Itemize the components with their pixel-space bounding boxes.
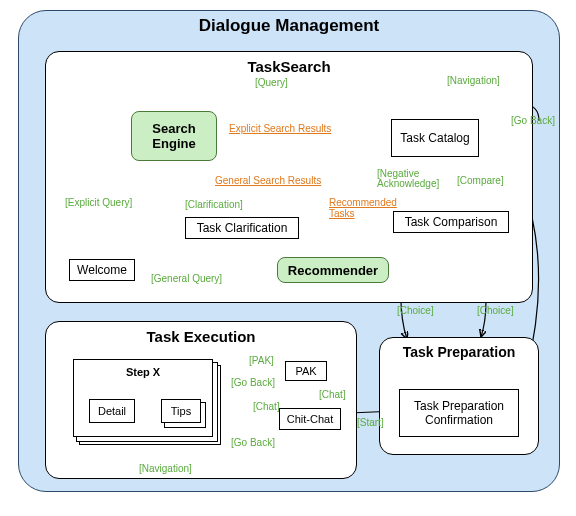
lbl-query: [Query] bbox=[255, 77, 288, 88]
lbl-compare: [Compare] bbox=[457, 175, 504, 186]
lbl-goback: [Go Back] bbox=[511, 115, 555, 126]
lbl-negack: [Negative Acknowledge] bbox=[377, 169, 447, 189]
lbl-chat: [Chat] bbox=[319, 389, 346, 400]
welcome-node: Welcome bbox=[69, 259, 135, 281]
task-catalog-node: Task Catalog bbox=[391, 119, 479, 157]
chitchat-node: Chit-Chat bbox=[279, 408, 341, 430]
detail-node: Detail bbox=[89, 399, 135, 423]
lbl-genquery: [General Query] bbox=[151, 273, 222, 284]
lbl-explresults: Explicit Search Results bbox=[229, 123, 331, 134]
lbl-choice2: [Choice] bbox=[477, 305, 514, 316]
lbl-start: [Start] bbox=[357, 417, 384, 428]
task-clarification-node: Task Clarification bbox=[185, 217, 299, 239]
lbl-pak: [PAK] bbox=[249, 355, 274, 366]
task-comparison-node: Task Comparison bbox=[393, 211, 509, 233]
lbl-goback3: [Go Back] bbox=[231, 437, 275, 448]
taskprep-confirm-node: Task Preparation Confirmation bbox=[399, 389, 519, 437]
lbl-rectasks: Recommended Tasks bbox=[329, 197, 409, 219]
lbl-choice: [Choice] bbox=[397, 305, 434, 316]
lbl-navigation2: [Navigation] bbox=[139, 463, 192, 474]
stepx-label: Step X bbox=[78, 366, 208, 378]
lbl-explquery: [Explicit Query] bbox=[65, 197, 132, 208]
lbl-goback2: [Go Back] bbox=[231, 377, 275, 388]
tasksearch-title: TaskSearch bbox=[46, 58, 532, 75]
lbl-chat2: [Chat] bbox=[253, 401, 280, 412]
search-engine-node: Search Engine bbox=[131, 111, 217, 161]
lbl-clarif: [Clarification] bbox=[185, 199, 243, 210]
lbl-genresults: General Search Results bbox=[215, 175, 321, 186]
pak-node: PAK bbox=[285, 361, 327, 381]
dialogue-management-container: Dialogue Management bbox=[18, 10, 560, 492]
recommender-node: Recommender bbox=[277, 257, 389, 283]
tips-node: Tips bbox=[161, 399, 201, 423]
taskprep-title: Task Preparation bbox=[380, 344, 538, 360]
diagram-title: Dialogue Management bbox=[19, 16, 559, 36]
lbl-navigation: [Navigation] bbox=[447, 75, 500, 86]
taskexec-title: Task Execution bbox=[46, 328, 356, 345]
